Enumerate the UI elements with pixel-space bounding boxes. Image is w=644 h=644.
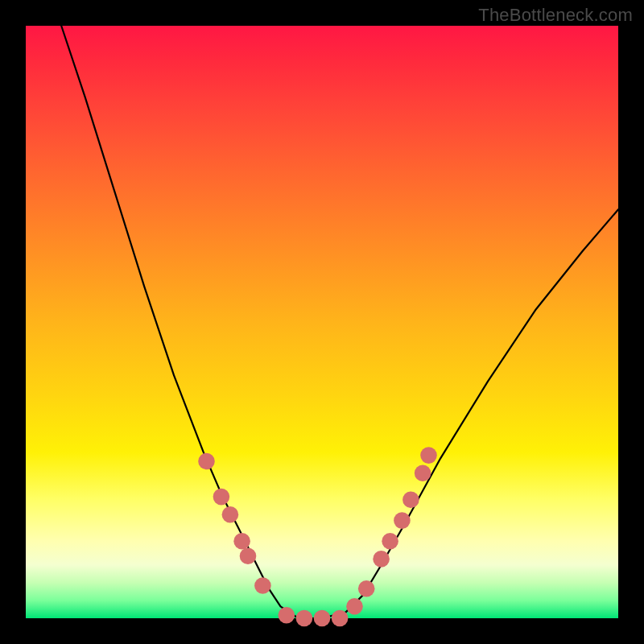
data-marker <box>279 607 295 624</box>
data-marker <box>382 533 398 550</box>
chart-frame: TheBottleneck.com <box>0 0 644 644</box>
data-marker <box>358 580 375 597</box>
bottleneck-curve <box>61 26 618 618</box>
chart-svg <box>26 26 618 618</box>
data-marker <box>222 506 239 523</box>
data-marker <box>415 464 431 481</box>
data-marker <box>394 512 411 529</box>
data-marker <box>402 492 419 509</box>
attribution-text: TheBottleneck.com <box>478 5 633 26</box>
data-marker <box>373 551 390 568</box>
data-marker <box>254 577 271 594</box>
data-marker <box>240 547 257 564</box>
data-marker <box>332 610 349 627</box>
data-marker <box>314 610 331 627</box>
data-marker <box>296 610 313 627</box>
data-marker <box>420 447 437 464</box>
data-marker <box>346 598 363 615</box>
data-marker <box>233 533 250 550</box>
data-marker <box>198 453 215 470</box>
data-marker <box>213 489 230 506</box>
marker-group <box>198 447 437 626</box>
chart-plot-area <box>26 26 618 618</box>
